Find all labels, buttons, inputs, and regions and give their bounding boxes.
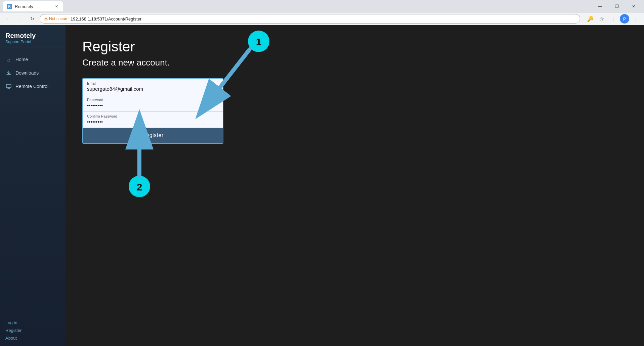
email-label: Email: [87, 81, 219, 85]
sidebar-item-home[interactable]: ⌂ Home: [0, 53, 66, 66]
sidebar: Remotely Support Portal ⌂ Home Downloads…: [0, 25, 66, 346]
main-layout: Remotely Support Portal ⌂ Home Downloads…: [0, 25, 644, 346]
window-controls: — ❐ ✕: [592, 1, 641, 11]
email-field-container: Email: [83, 79, 223, 95]
svg-point-7: [129, 176, 150, 197]
password-input[interactable]: [87, 102, 219, 108]
sidebar-footer: Log in Register About: [0, 315, 66, 346]
profile-icon[interactable]: P: [620, 14, 629, 24]
remote-control-icon: [5, 83, 12, 90]
browser-tab[interactable]: R Remotely ✕: [3, 1, 63, 11]
register-button[interactable]: Register: [83, 128, 223, 143]
address-bar[interactable]: Not secure 192.168.1.18:5371/Account/Reg…: [40, 14, 580, 24]
home-icon: ⌂: [5, 56, 12, 63]
register-form: Email Password Confirm Password Register: [82, 78, 223, 144]
page-title: Register: [82, 39, 627, 55]
password-label: Password: [87, 98, 219, 102]
svg-point-0: [46, 19, 46, 20]
security-indicator: Not secure: [44, 16, 69, 21]
svg-rect-1: [46, 18, 46, 19]
about-link[interactable]: About: [5, 336, 60, 341]
email-input[interactable]: [87, 86, 219, 92]
password-manager-icon[interactable]: 🔑: [586, 14, 595, 24]
downloads-icon: [5, 70, 12, 76]
svg-rect-2: [6, 84, 11, 88]
menu-icon[interactable]: ⋮: [631, 14, 641, 24]
register-link[interactable]: Register: [5, 328, 60, 333]
register-form-wrapper: Email Password Confirm Password Register: [82, 78, 627, 144]
restore-button[interactable]: ❐: [609, 1, 625, 11]
confirm-password-field-container: Confirm Password: [83, 112, 223, 128]
url-display: 192.168.1.18:5371/Account/Register: [71, 16, 141, 21]
browser-toolbar: ← → ↻ Not secure 192.168.1.18:5371/Accou…: [0, 13, 644, 25]
toolbar-actions: 🔑 ☆ ⋮ P ⋮: [586, 14, 641, 24]
forward-button[interactable]: →: [15, 14, 25, 24]
main-content: Register Create a new account. Email Pas…: [66, 25, 644, 346]
browser-chrome: R Remotely ✕ — ❐ ✕ ← → ↻ Not secure 192.…: [0, 0, 644, 25]
sidebar-item-remote-control-label: Remote Control: [15, 84, 48, 89]
close-button[interactable]: ✕: [626, 1, 641, 11]
tab-favicon: R: [7, 4, 12, 9]
tab-title: Remotely: [15, 4, 33, 9]
back-button[interactable]: ←: [3, 14, 13, 24]
svg-text:2: 2: [137, 181, 142, 192]
page-subtitle: Create a new account.: [82, 57, 627, 68]
tab-close-button[interactable]: ✕: [54, 4, 59, 9]
sidebar-item-downloads[interactable]: Downloads: [0, 66, 66, 80]
reload-button[interactable]: ↻: [28, 14, 37, 24]
sidebar-brand: Remotely Support Portal: [0, 25, 66, 47]
extensions-icon[interactable]: ⋮: [608, 14, 618, 24]
annotations-overlay: 1 2: [66, 25, 644, 346]
minimize-button[interactable]: —: [592, 1, 608, 11]
sidebar-item-remote-control[interactable]: Remote Control: [0, 80, 66, 93]
confirm-password-label: Confirm Password: [87, 114, 219, 118]
brand-name: Remotely: [5, 32, 60, 40]
login-link[interactable]: Log in: [5, 320, 60, 325]
sidebar-item-home-label: Home: [15, 57, 28, 62]
sidebar-item-downloads-label: Downloads: [15, 70, 39, 76]
browser-title-bar: R Remotely ✕ — ❐ ✕: [0, 0, 644, 13]
bookmark-icon[interactable]: ☆: [597, 14, 606, 24]
confirm-password-input[interactable]: [87, 119, 219, 125]
password-field-container: Password: [83, 95, 223, 112]
brand-subtitle: Support Portal: [5, 40, 60, 44]
sidebar-nav: ⌂ Home Downloads Remote Control: [0, 50, 66, 315]
